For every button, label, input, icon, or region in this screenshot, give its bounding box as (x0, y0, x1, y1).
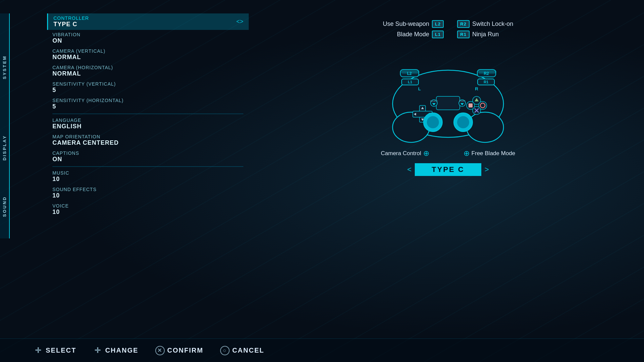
sidebar-sound-section: SOUND (0, 175, 44, 238)
main-area: SYSTEM DISPLAY SOUND CONTROLLER TYPE C <… (0, 0, 644, 338)
action-select: ✛ SELECT (34, 346, 76, 355)
setting-value-map: CAMERA CENTERED (52, 139, 243, 146)
type-arrow-right[interactable]: > (485, 165, 489, 174)
setting-name-controller: CONTROLLER (53, 15, 89, 21)
setting-value-vibration: ON (52, 37, 243, 44)
setting-language[interactable]: LANGUAGE ENGLISH (47, 116, 249, 132)
setting-controller[interactable]: CONTROLLER TYPE C <> (47, 13, 249, 30)
action-change: ✛ CHANGE (93, 346, 138, 355)
controller-arrow: <> (236, 18, 243, 25)
svg-text:R1: R1 (484, 80, 488, 84)
action-confirm[interactable]: ✕ CONFIRM (155, 346, 203, 355)
bottom-bar: ✛ SELECT ✛ CHANGE ✕ CONFIRM ○ CANCEL (0, 338, 644, 362)
ninja-run-label: Ninja Run (472, 31, 499, 38)
stick-labels: Camera Control ⊕ ⊕ Free Blade Mode (377, 146, 519, 158)
use-subweapon-label: Use Sub-weapon (383, 20, 429, 28)
setting-name-language: LANGUAGE (52, 118, 243, 123)
confirm-icon: ✕ (155, 346, 165, 355)
setting-camera-vertical[interactable]: CAMERA (VERTICAL) NORMAL (47, 46, 249, 63)
setting-name-captions: CAPTIONS (52, 150, 243, 156)
setting-name-voice: VOICE (52, 203, 243, 209)
svg-text:L1: L1 (408, 80, 412, 84)
select-icon: ✛ (34, 346, 43, 355)
controller-svg-area: L2 R2 L1 R1 L R (377, 45, 519, 146)
svg-rect-8 (478, 70, 496, 74)
setting-sound-effects[interactable]: SOUND EFFECTS 10 (47, 185, 249, 201)
svg-text:L: L (418, 86, 421, 91)
svg-rect-15 (436, 96, 460, 110)
svg-text:START: START (459, 100, 465, 102)
setting-name-sens-v: SENSITIVITY (VERTICAL) (52, 81, 243, 87)
cancel-icon: ○ (220, 346, 230, 355)
sidebar-display-section: DISPLAY (0, 121, 44, 175)
switch-lockon-label: Switch Lock-on (472, 20, 513, 28)
svg-text:R: R (475, 86, 478, 91)
svg-rect-5 (401, 70, 419, 74)
type-label: TYPE C (415, 163, 481, 176)
right-stick-icon: ⊕ (464, 149, 470, 158)
setting-music[interactable]: MUSIC 10 (47, 168, 249, 185)
legend-ninja-run: R1 Ninja Run (457, 31, 499, 38)
change-icon: ✛ (93, 346, 103, 355)
camera-control-label: Camera Control (381, 150, 421, 157)
controller-panel: Use Sub-weapon L2 Blade Mode L1 R2 Switc… (252, 13, 644, 338)
setting-map-orientation[interactable]: MAP ORIENTATION CAMERA CENTERED (47, 132, 249, 148)
r2-badge: R2 (457, 20, 470, 28)
setting-name-map: MAP ORIENTATION (52, 134, 243, 139)
system-display-divider (52, 114, 243, 114)
setting-value-captions: ON (52, 156, 243, 163)
right-stick-label: ⊕ Free Blade Mode (464, 149, 515, 158)
type-selector: < TYPE C > (407, 163, 489, 176)
sidebar-label-sound: SOUND (0, 175, 10, 238)
l1-badge: L1 (432, 31, 444, 38)
change-label: CHANGE (105, 347, 138, 354)
left-stick-label: Camera Control ⊕ (381, 149, 429, 158)
select-label: SELECT (46, 347, 76, 354)
svg-rect-40 (469, 103, 473, 107)
r1-badge: R1 (457, 31, 470, 38)
setting-sensitivity-horizontal[interactable]: SENSITIVITY (HORIZONTAL) 5 (47, 96, 249, 112)
confirm-label: CONFIRM (167, 347, 203, 354)
sidebar-label-display: DISPLAY (0, 121, 10, 175)
setting-vibration[interactable]: VIBRATION ON (47, 30, 249, 46)
setting-value-music: 10 (52, 176, 243, 183)
setting-value-sens-h: 5 (52, 103, 243, 110)
setting-value-controller: TYPE C (53, 21, 89, 28)
setting-value-camera-h: NORMAL (52, 70, 243, 77)
free-blade-mode-label: Free Blade Mode (472, 150, 515, 157)
button-legend: Use Sub-weapon L2 Blade Mode L1 R2 Switc… (383, 20, 513, 38)
setting-name-vibration: VIBRATION (52, 32, 243, 37)
setting-name-music: MUSIC (52, 170, 243, 176)
setting-value-camera-v: NORMAL (52, 54, 243, 61)
setting-name-camera-v: CAMERA (VERTICAL) (52, 48, 243, 54)
legend-right: R2 Switch Lock-on R1 Ninja Run (457, 20, 513, 38)
setting-value-language: ENGLISH (52, 123, 243, 130)
setting-name-camera-h: CAMERA (HORIZONTAL) (52, 65, 243, 70)
action-cancel[interactable]: ○ CANCEL (220, 346, 264, 355)
setting-sensitivity-vertical[interactable]: SENSITIVITY (VERTICAL) 5 (47, 79, 249, 96)
type-arrow-left[interactable]: < (407, 165, 411, 174)
svg-point-2 (467, 112, 504, 142)
svg-text:SELECT: SELECT (430, 100, 438, 102)
setting-value-sfx: 10 (52, 192, 243, 199)
setting-voice[interactable]: VOICE 10 (47, 201, 249, 218)
legend-left: Use Sub-weapon L2 Blade Mode L1 (383, 20, 444, 38)
setting-name-sfx: SOUND EFFECTS (52, 187, 243, 192)
controller-svg: L2 R2 L1 R1 L R (377, 45, 519, 146)
setting-value-voice: 10 (52, 209, 243, 216)
settings-panel: CONTROLLER TYPE C <> VIBRATION ON CAMERA… (44, 13, 252, 338)
setting-value-sens-v: 5 (52, 87, 243, 94)
legend-use-subweapon: Use Sub-weapon L2 (383, 20, 444, 28)
legend-blade-mode: Blade Mode L1 (397, 31, 444, 38)
left-stick-icon: ⊕ (423, 149, 429, 158)
setting-camera-horizontal[interactable]: CAMERA (HORIZONTAL) NORMAL (47, 63, 249, 79)
content-area: SYSTEM DISPLAY SOUND CONTROLLER TYPE C <… (0, 0, 644, 362)
svg-point-29 (427, 116, 439, 128)
blade-mode-label: Blade Mode (397, 31, 429, 38)
sidebar-system-section: SYSTEM (0, 13, 44, 121)
setting-name-sens-h: SENSITIVITY (HORIZONTAL) (52, 98, 243, 103)
svg-point-31 (457, 116, 469, 128)
sidebar-label-system: SYSTEM (0, 13, 10, 121)
setting-captions[interactable]: CAPTIONS ON (47, 148, 249, 165)
display-sound-divider (52, 166, 243, 167)
